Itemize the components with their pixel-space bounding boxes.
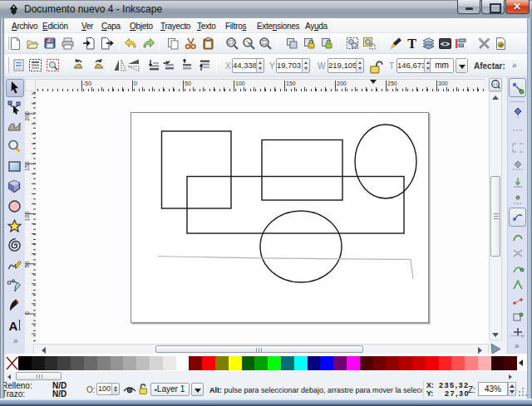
svg-text:150: 150 xyxy=(25,161,30,171)
svg-text:100: 100 xyxy=(25,211,30,221)
svg-text:A: A xyxy=(9,318,18,332)
svg-text:<>: <> xyxy=(441,41,450,49)
svg-text:50: 50 xyxy=(25,262,30,268)
svg-text:1:1: 1:1 xyxy=(493,82,499,86)
svg-text:0: 0 xyxy=(25,311,30,315)
svg-text:T: T xyxy=(407,37,416,51)
svg-text:200: 200 xyxy=(25,111,30,121)
